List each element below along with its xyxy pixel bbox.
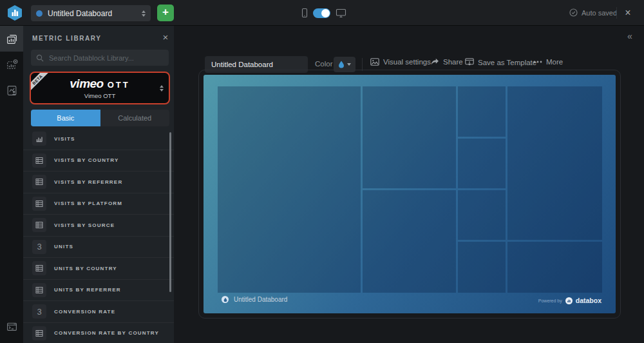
- rail-item-account-insights[interactable]: [0, 77, 23, 103]
- metric-label: UNITS BY COUNTRY: [54, 266, 117, 271]
- number-icon: 3: [32, 304, 46, 318]
- more-label: More: [546, 58, 563, 66]
- metric-library-icon: [6, 33, 18, 45]
- main-area: « Color Visual settings Share: [174, 26, 644, 343]
- datablock-placeholder[interactable]: [363, 86, 456, 188]
- metric-label: VISITS BY PLATFORM: [54, 201, 122, 206]
- selector-updown-icon: [142, 10, 146, 17]
- close-editor-button[interactable]: ×: [621, 6, 635, 20]
- list-item-conversion-rate-by-country[interactable]: CONVERSION RATE BY COUNTRY: [23, 323, 174, 343]
- toolbar-divider: [362, 58, 363, 71]
- metric-list: VISITS VISITS BY COUNTRY VISITS BY REFER…: [23, 128, 174, 343]
- datablock-placeholder[interactable]: [218, 86, 361, 293]
- datablock-placeholder[interactable]: [363, 190, 456, 293]
- add-databoard-button[interactable]: +: [157, 5, 174, 21]
- list-item-units[interactable]: 3 UNITS: [23, 237, 174, 259]
- top-bar: Untitled Databoard + Auto saved ×: [0, 0, 644, 26]
- check-circle-icon: [569, 8, 578, 17]
- share-button[interactable]: Share: [430, 58, 463, 66]
- metric-label: VISITS BY SOURCE: [54, 222, 115, 228]
- search-input[interactable]: [48, 54, 164, 63]
- datablock-placeholder[interactable]: [458, 190, 506, 240]
- mobile-icon[interactable]: [301, 8, 308, 18]
- more-button[interactable]: More: [533, 58, 563, 66]
- metric-label: UNITS BY REFERRER: [54, 287, 121, 293]
- list-item-visits-by-source[interactable]: VISITS BY SOURCE: [23, 215, 174, 237]
- save-as-template-label: Save as Template: [478, 59, 536, 66]
- rail-item-query-console[interactable]: [0, 313, 23, 339]
- autosave-label: Auto saved: [582, 9, 617, 17]
- share-icon: [430, 58, 439, 66]
- table-icon: [32, 326, 46, 340]
- databox-brand-label: databox: [576, 297, 601, 304]
- desktop-icon[interactable]: [336, 8, 346, 18]
- board-selector-value: Untitled Databoard: [48, 9, 142, 18]
- metric-label: VISITS BY COUNTRY: [54, 157, 118, 163]
- list-item-visits[interactable]: VISITS: [23, 128, 174, 150]
- topbar-divider: [616, 7, 617, 19]
- table-icon: [32, 283, 46, 297]
- table-icon: [32, 218, 46, 232]
- powered-by-label: Powered by: [538, 299, 562, 303]
- custom-datablock-icon: [6, 59, 18, 71]
- share-label: Share: [443, 58, 463, 66]
- datablock-placeholder[interactable]: [458, 86, 506, 137]
- list-item-units-by-referrer[interactable]: UNITS BY REFERRER: [23, 280, 174, 302]
- list-item-units-by-country[interactable]: UNITS BY COUNTRY: [23, 258, 174, 280]
- source-logo-group: vimeo OTT Vimeo OTT: [31, 73, 169, 103]
- template-icon: [465, 58, 474, 66]
- number-icon: 3: [32, 240, 46, 254]
- search-box: [31, 50, 169, 66]
- search-icon: [36, 54, 44, 62]
- metric-label: CONVERSION RATE: [54, 309, 115, 315]
- visual-settings-button[interactable]: Visual settings: [370, 58, 431, 66]
- console-window-icon: [6, 320, 18, 333]
- metric-library-panel: METRIC LIBRARY × BETA vimeo OTT Vimeo OT…: [23, 26, 174, 343]
- device-toggle[interactable]: [313, 8, 330, 18]
- vimeo-wordmark: vimeo: [70, 77, 103, 91]
- metric-label: VISITS: [54, 136, 75, 142]
- board-droplet-icon: [222, 296, 229, 303]
- save-as-template-button[interactable]: Save as Template: [465, 58, 536, 66]
- tab-basic[interactable]: Basic: [31, 110, 100, 126]
- chart-person-icon: [6, 84, 18, 97]
- board-selector-dropdown[interactable]: Untitled Databoard: [31, 5, 151, 21]
- visual-settings-label: Visual settings: [383, 58, 431, 66]
- datablock-placeholder[interactable]: [458, 139, 506, 188]
- canvas-board-title: Untitled Databoard: [234, 296, 287, 303]
- source-selector-vimeo-ott[interactable]: BETA vimeo OTT Vimeo OTT: [30, 72, 170, 104]
- more-dots-icon: [533, 61, 542, 63]
- list-item-visits-by-country[interactable]: VISITS BY COUNTRY: [23, 150, 174, 172]
- datablock-placeholder[interactable]: [507, 86, 602, 240]
- list-scrollbar[interactable]: [169, 132, 171, 292]
- table-icon: [32, 153, 46, 168]
- metric-type-tabs: Basic Calculated: [31, 110, 169, 126]
- list-item-conversion-rate[interactable]: 3 CONVERSION RATE: [23, 301, 174, 323]
- rail-item-metric-library[interactable]: [0, 26, 23, 52]
- vimeo-ott-logo: vimeo OTT: [70, 77, 129, 91]
- rail-item-custom-datablock[interactable]: [0, 52, 23, 77]
- toggle-knob: [321, 9, 330, 17]
- droplet-icon: [338, 61, 345, 68]
- source-updown-icon: [160, 85, 164, 92]
- collapse-panel-button[interactable]: «: [627, 31, 632, 41]
- list-item-visits-by-platform[interactable]: VISITS BY PLATFORM: [23, 193, 174, 215]
- tab-calculated[interactable]: Calculated: [100, 110, 170, 126]
- autosave-status: Auto saved: [569, 8, 617, 17]
- table-icon: [32, 197, 46, 211]
- metric-label: CONVERSION RATE BY COUNTRY: [54, 330, 159, 336]
- device-preview-toggle-group: [301, 8, 346, 18]
- datablock-placeholder[interactable]: [507, 242, 602, 293]
- source-name-label: Vimeo OTT: [84, 92, 115, 99]
- databoard-canvas[interactable]: Untitled Databoard Powered by databox: [204, 75, 616, 313]
- datablock-placeholder[interactable]: [458, 242, 506, 293]
- databox-logo-icon[interactable]: [6, 5, 23, 21]
- metric-label: VISITS BY REFERRER: [54, 179, 122, 185]
- image-icon: [370, 58, 379, 66]
- canvas-title-group: Untitled Databoard: [222, 296, 287, 303]
- list-item-visits-by-referrer[interactable]: VISITS BY REFERRER: [23, 172, 174, 193]
- table-icon: [32, 175, 46, 189]
- bar-chart-icon: [32, 132, 46, 146]
- panel-close-button[interactable]: ×: [160, 32, 171, 43]
- chevron-down-icon: [347, 63, 351, 66]
